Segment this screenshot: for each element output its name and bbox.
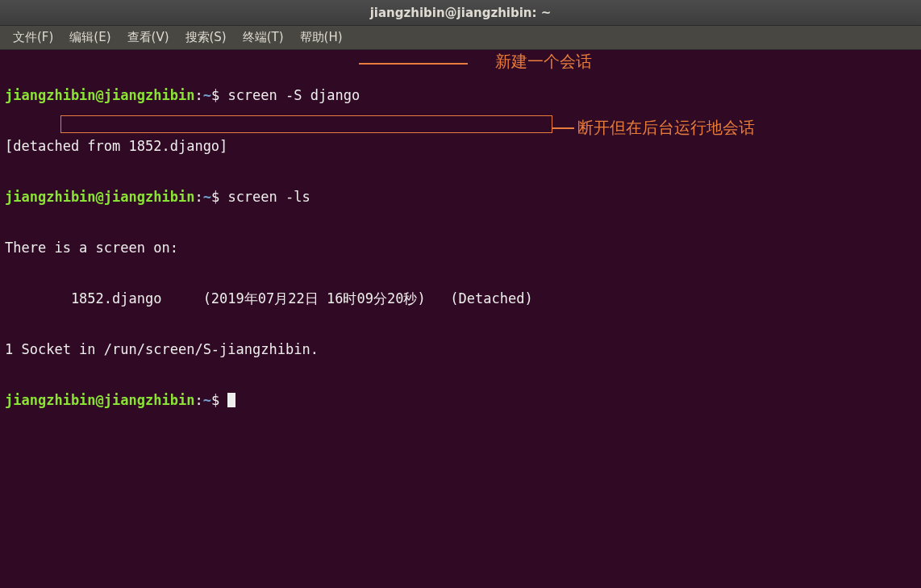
menu-view[interactable]: 查看(V) — [119, 27, 177, 48]
prompt-colon: : — [194, 87, 202, 103]
menu-help[interactable]: 帮助(H) — [292, 27, 351, 48]
prompt-dollar: $ — [211, 392, 219, 408]
cursor-icon — [227, 393, 235, 407]
prompt-colon: : — [194, 189, 202, 205]
annotation-label-2: 断开但在后台运行地会话 — [577, 119, 755, 136]
menu-file[interactable]: 文件(F) — [5, 27, 61, 48]
terminal-line-2: [detached from 1852.django] — [5, 138, 916, 155]
annotation-box-2 — [60, 115, 552, 133]
menu-search[interactable]: 搜索(S) — [177, 27, 235, 48]
prompt-colon: : — [194, 392, 202, 408]
menu-terminal[interactable]: 终端(T) — [235, 27, 292, 48]
prompt-user: jiangzhibin@jiangzhibin — [5, 87, 194, 103]
prompt-path: ~ — [203, 392, 211, 408]
terminal-line-5: 1852.django (2019年07月22日 16时09分20秒) (Det… — [5, 290, 916, 307]
prompt-user: jiangzhibin@jiangzhibin — [5, 392, 194, 408]
prompt-dollar: $ — [211, 87, 219, 103]
menubar: 文件(F) 编辑(E) 查看(V) 搜索(S) 终端(T) 帮助(H) — [0, 26, 921, 50]
terminal-line-3: jiangzhibin@jiangzhibin:~$ screen -ls — [5, 189, 916, 206]
window-title: jiangzhibin@jiangzhibin: ~ — [370, 6, 552, 20]
command-1: screen -S django — [219, 87, 360, 103]
annotation-label-1: 新建一个会话 — [495, 53, 592, 70]
prompt-path: ~ — [203, 189, 211, 205]
terminal-line-4: There is a screen on: — [5, 240, 916, 256]
command-2: screen -ls — [219, 189, 310, 205]
menu-edit[interactable]: 编辑(E) — [61, 27, 119, 48]
terminal-line-6: 1 Socket in /run/screen/S-jiangzhibin. — [5, 341, 916, 358]
annotation-connector-2 — [552, 127, 574, 129]
prompt-path: ~ — [203, 87, 211, 103]
terminal-line-7: jiangzhibin@jiangzhibin:~$ — [5, 392, 916, 409]
terminal-line-1: jiangzhibin@jiangzhibin:~$ screen -S dja… — [5, 87, 916, 104]
command-3 — [219, 392, 227, 408]
terminal-area[interactable]: jiangzhibin@jiangzhibin:~$ screen -S dja… — [0, 50, 921, 588]
prompt-user: jiangzhibin@jiangzhibin — [5, 189, 194, 205]
prompt-dollar: $ — [211, 189, 219, 205]
window-titlebar: jiangzhibin@jiangzhibin: ~ — [0, 0, 921, 26]
annotation-connector-1 — [359, 63, 468, 65]
